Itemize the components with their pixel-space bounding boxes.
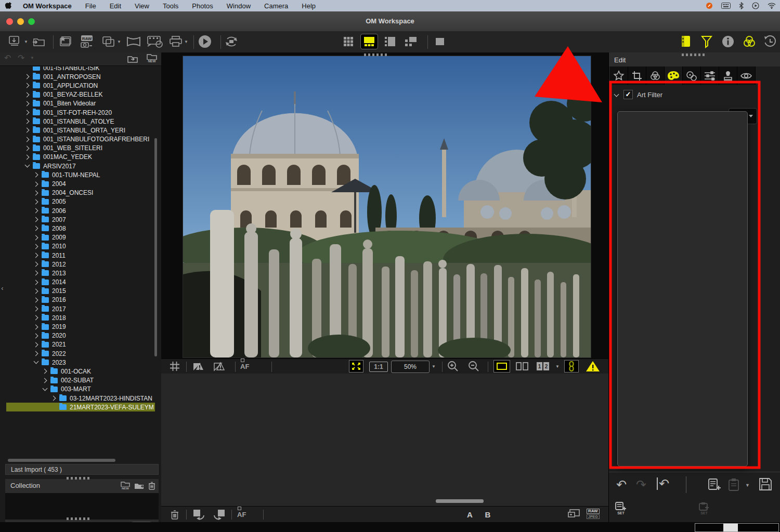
tab-rating[interactable] xyxy=(610,66,628,85)
chevron-right-icon[interactable] xyxy=(33,350,41,357)
panel-drag-handle[interactable] xyxy=(682,54,706,56)
last-import-item[interactable]: Last Import ( 453 ) xyxy=(5,464,159,475)
folder-row-2014[interactable]: 2014 xyxy=(6,278,155,287)
chevron-right-icon[interactable] xyxy=(33,180,41,188)
folder-row-001-ocak[interactable]: 001-OCAK xyxy=(6,367,155,376)
chevron-right-icon[interactable] xyxy=(24,136,32,143)
wifi-icon[interactable] xyxy=(768,3,776,9)
chevron-right-icon[interactable] xyxy=(33,341,41,349)
folder-row-2010[interactable]: 2010 xyxy=(6,242,155,251)
info-button[interactable] xyxy=(722,34,734,49)
screen-lock-icon[interactable] xyxy=(706,2,713,9)
history-caret-icon[interactable]: ▼ xyxy=(30,56,34,60)
chevron-right-icon[interactable] xyxy=(24,144,32,152)
collection-new-icon[interactable]: NEW xyxy=(121,481,130,490)
folder-row-001-ist-fot-reh-2020[interactable]: 001_IST-FOT-REH-2020 xyxy=(6,108,155,117)
chevron-down-icon[interactable] xyxy=(42,385,49,393)
zoom-level-select[interactable]: 50% xyxy=(391,361,430,373)
zoom-in-icon[interactable] xyxy=(447,361,459,372)
folder-row-2005[interactable]: 2005 xyxy=(6,197,155,206)
new-folder-icon[interactable]: NEW xyxy=(147,54,157,63)
chevron-right-icon[interactable] xyxy=(33,260,41,268)
folder-row-001-biten-videolar[interactable]: 001_Biten Videolar xyxy=(6,99,155,108)
highlight-warning-icon[interactable] xyxy=(213,361,226,372)
folder-row-001mac-yedek[interactable]: 001MAC_YEDEK xyxy=(6,153,155,162)
tab-visibility[interactable] xyxy=(737,66,756,85)
menu-item-tools[interactable]: Tools xyxy=(156,2,185,10)
tree-vertical-scrollbar[interactable] xyxy=(154,138,157,356)
folder-row-2017[interactable]: 2017 xyxy=(6,304,155,313)
chevron-right-icon[interactable] xyxy=(33,305,41,313)
chevron-right-icon[interactable] xyxy=(24,73,32,81)
collection-trash-icon[interactable] xyxy=(148,482,155,490)
export-to-folder-button[interactable] xyxy=(32,34,46,49)
folder-row-2007[interactable]: 2007 xyxy=(6,215,155,224)
import-images-button[interactable]: ▼ xyxy=(8,34,28,49)
tab-adjustments[interactable] xyxy=(683,66,701,85)
zoom-window-button[interactable] xyxy=(28,18,35,25)
chevron-right-icon[interactable] xyxy=(33,224,41,232)
panel-collapse-handle[interactable]: ‹ xyxy=(0,281,5,296)
folder-row-2006[interactable]: 2006 xyxy=(6,206,155,215)
folder-row-2021[interactable]: 2021 xyxy=(6,340,155,349)
single-view-button[interactable] xyxy=(432,34,448,49)
chevron-right-icon[interactable] xyxy=(24,100,32,108)
chevron-right-icon[interactable] xyxy=(33,323,41,331)
tab-stamp[interactable] xyxy=(719,66,737,85)
apple-menu-icon[interactable] xyxy=(0,2,16,10)
folder-row-2020[interactable]: 2020 xyxy=(6,331,155,340)
folder-row-2008[interactable]: 2008 xyxy=(6,224,155,233)
folder-row-2011[interactable]: 2011 xyxy=(6,251,155,260)
folder-row-2009[interactable]: 2009 xyxy=(6,233,155,242)
keyboard-icon[interactable] xyxy=(721,3,731,9)
compare-view-button[interactable] xyxy=(402,34,419,49)
paste-caret-icon[interactable]: ▼ xyxy=(745,483,750,488)
folder-row-001-istanbul-isik[interactable]: 001-ISTANBUL-ISIK xyxy=(6,66,155,72)
color-circles-button[interactable] xyxy=(743,34,756,49)
folder-row-21mart2023-vefa-suleym[interactable]: 21MART2023-VEFA-SULEYM xyxy=(6,403,155,411)
redo-icon[interactable]: ↷ xyxy=(18,53,24,63)
chevron-right-icon[interactable] xyxy=(24,82,32,89)
delete-image-icon[interactable] xyxy=(171,509,179,520)
tab-tone-sliders[interactable] xyxy=(701,66,719,85)
tree-horizontal-scrollbar[interactable] xyxy=(8,459,115,462)
shadow-warning-icon[interactable] xyxy=(192,361,205,372)
clipping-warning-button[interactable] xyxy=(586,361,600,372)
chevron-right-icon[interactable] xyxy=(24,117,32,125)
chevron-right-icon[interactable] xyxy=(33,332,41,340)
folder-row-002-subat[interactable]: 002-SUBAT xyxy=(6,376,155,385)
panes-caret-icon[interactable]: ▼ xyxy=(555,361,560,372)
folder-row-001-antroposen[interactable]: 001_ANTROPOSEN xyxy=(6,72,155,81)
chevron-right-icon[interactable] xyxy=(33,207,41,215)
chevron-right-icon[interactable] xyxy=(42,377,49,384)
chevron-right-icon[interactable] xyxy=(24,91,32,99)
menu-item-edit[interactable]: Edit xyxy=(103,2,128,10)
chevron-right-icon[interactable] xyxy=(24,153,32,161)
folder-row-arsiv2017[interactable]: ARSIV2017 xyxy=(6,162,155,170)
chevron-right-icon[interactable] xyxy=(33,171,41,179)
folder-row-2019[interactable]: 2019 xyxy=(6,322,155,331)
reveal-folder-icon[interactable] xyxy=(127,55,138,63)
slideshow-play-button[interactable] xyxy=(198,34,212,49)
chevron-right-icon[interactable] xyxy=(33,278,41,286)
batch-star-button[interactable] xyxy=(58,34,73,49)
chevron-right-icon[interactable] xyxy=(33,189,41,197)
menu-item-file[interactable]: File xyxy=(79,2,103,10)
folder-row-001-istanbulfotografrehberi[interactable]: 001_ISTANBULFOTOGRAFREHBERI xyxy=(6,135,155,144)
chevron-right-icon[interactable] xyxy=(33,198,41,206)
folder-row-001-beyaz-bellek[interactable]: 001_BEYAZ-BELLEK xyxy=(6,90,155,99)
panorama-button[interactable] xyxy=(126,34,141,49)
save-preset-set-icon[interactable]: SET xyxy=(615,502,627,515)
ab-compare-label[interactable]: A B xyxy=(467,509,496,520)
art-filter-section-header[interactable]: ✓ Art Filter xyxy=(613,90,662,99)
folder-row-001-istanbul-orta-yeri[interactable]: 001_ISTANBUL_ORTA_YERI xyxy=(6,126,155,135)
filter-funnel-button[interactable] xyxy=(701,34,712,49)
folder-row-001-istanbul-atolye[interactable]: 001_ISTANBUL_ATOLYE xyxy=(6,117,155,126)
folder-row-2023[interactable]: 2023 xyxy=(6,358,155,367)
movie-edit-button[interactable] xyxy=(147,34,163,49)
chevron-down-icon[interactable] xyxy=(33,358,41,366)
raw-develop-button[interactable]: RAW xyxy=(79,34,95,49)
folder-row-2018[interactable]: 2018 xyxy=(6,313,155,322)
folder-row-2004-oncesi[interactable]: 2004_ONCESI xyxy=(6,189,155,197)
paste-settings-icon[interactable] xyxy=(727,477,741,492)
